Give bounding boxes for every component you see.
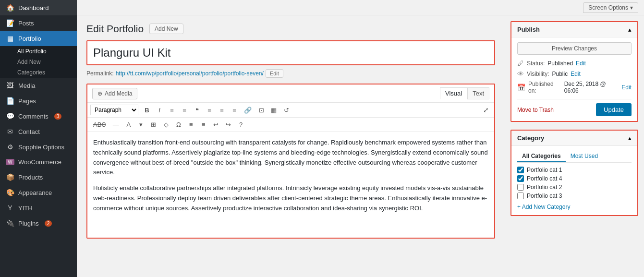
category-item-1: Portfolio cat 4 (517, 175, 632, 182)
update-button[interactable]: Update (596, 103, 632, 116)
font-color-dropdown[interactable]: ▾ (135, 120, 147, 130)
category-checkbox-0[interactable] (517, 167, 524, 173)
sidebar-item-plugins[interactable]: 🔌 Plugins 2 (0, 216, 77, 231)
sidebar-item-comments[interactable]: 💬 Comments 3 (0, 108, 77, 124)
category-panel-header[interactable]: Category (511, 131, 637, 146)
status-edit-link[interactable]: Edit (576, 60, 586, 67)
editor-paragraph-2: Holisticly enable collaborative partners… (93, 183, 488, 213)
sidebar-item-pages[interactable]: 📄 Pages (0, 93, 77, 108)
status-value: Published (547, 60, 573, 67)
visibility-edit-link[interactable]: Edit (571, 71, 581, 77)
sidebar-label-woocommerce: WooCommerce (18, 158, 61, 166)
post-title-input[interactable] (93, 46, 488, 60)
help-button[interactable]: ? (235, 120, 247, 130)
sidebar-item-media[interactable]: 🖼 Media (0, 78, 77, 93)
sidebar-item-portfolio[interactable]: ▦ Portfolio (0, 31, 77, 46)
ordered-list-button[interactable]: ≡ (179, 105, 190, 115)
blockquote-button[interactable]: ❝ (191, 105, 203, 115)
sidebar-sub-all-portfolio[interactable]: All Portfolio (0, 46, 77, 57)
link-button[interactable]: 🔗 (241, 105, 255, 115)
clear-formatting-button[interactable]: ◇ (160, 120, 172, 130)
tab-all-categories[interactable]: All Categories (517, 151, 566, 162)
move-to-trash-link[interactable]: Move to Trash (517, 107, 554, 113)
add-new-button[interactable]: Add New (149, 24, 183, 34)
pages-icon: 📄 (6, 97, 14, 105)
align-right-button[interactable]: ≡ (229, 105, 240, 115)
editor-toolbar-top: ⊕ Add Media Visual Text (87, 84, 494, 103)
visual-tab[interactable]: Visual (440, 87, 467, 99)
woocommerce-icon: W (6, 159, 14, 165)
visibility-icon: 👁 (517, 70, 524, 78)
sidebar-item-yith[interactable]: Y YITH (0, 200, 77, 216)
status-label: Status: (527, 60, 545, 67)
page-heading: Edit Portfolio Add New (86, 23, 495, 35)
text-tab[interactable]: Text (467, 87, 489, 99)
preview-changes-button[interactable]: Preview Changes (517, 42, 632, 55)
sidebar-item-sopphie[interactable]: ⚙ Sopphie Options (0, 139, 77, 155)
paste-text-button[interactable]: ⊞ (148, 120, 159, 130)
add-new-category-link[interactable]: + Add New Category (517, 204, 570, 210)
sidebar-sub-categories[interactable]: Categories (0, 67, 77, 78)
unordered-list-button[interactable]: ≡ (166, 105, 178, 115)
indent-button[interactable]: ≡ (198, 120, 209, 130)
sidebar-item-woocommerce[interactable]: W WooCommerce (0, 155, 77, 169)
category-item-2: Portfolio cat 2 (517, 184, 632, 191)
add-media-label: Add Media (105, 90, 132, 97)
comments-badge: 3 (54, 113, 62, 120)
sidebar-item-dashboard[interactable]: 🏠 Dashboard (0, 0, 77, 15)
publish-panel-title: Publish (517, 26, 540, 33)
undo-button[interactable]: ↩ (210, 120, 222, 130)
category-checkbox-1[interactable] (517, 175, 524, 182)
sidebar-label-dashboard: Dashboard (18, 4, 49, 12)
sidebar-item-appearance[interactable]: 🎨 Appearance (0, 185, 77, 200)
publish-panel-body: Preview Changes 🖊 Status: Published Edit… (511, 37, 637, 121)
font-color-button[interactable]: A (123, 120, 134, 130)
category-checkbox-2[interactable] (517, 184, 524, 191)
published-row: 📅 Published on: Dec 25, 2018 @ 06:06 Edi… (517, 81, 632, 94)
category-label-2: Portfolio cat 2 (527, 184, 562, 191)
add-media-icon: ⊕ (97, 90, 102, 97)
category-list: Portfolio cat 1 Portfolio cat 4 Portfoli… (517, 167, 632, 199)
permalink-link[interactable]: http://tt.com/wp/portfolio/personal/port… (116, 70, 264, 77)
bold-button[interactable]: B (141, 105, 153, 115)
category-item-3: Portfolio cat 3 (517, 193, 632, 199)
align-left-button[interactable]: ≡ (204, 105, 215, 115)
special-chars-button[interactable]: Ω (173, 120, 184, 130)
dashboard-icon: 🏠 (6, 4, 14, 12)
italic-button[interactable]: I (154, 105, 165, 115)
strikethrough-button[interactable]: ABC (90, 120, 109, 130)
content-area: Edit Portfolio Add New Permalink: http:/… (77, 15, 644, 277)
sidebar: 🏠 Dashboard 📝 Posts ▦ Portfolio All Port… (0, 0, 77, 277)
screen-options-button[interactable]: Screen Options (583, 2, 638, 13)
permalink-edit-button[interactable]: Edit (266, 69, 283, 78)
sidebar-item-posts[interactable]: 📝 Posts (0, 15, 77, 31)
tab-most-used[interactable]: Most Used (566, 151, 603, 162)
toolbar-toggle-button[interactable]: ↺ (280, 105, 292, 115)
page-title: Edit Portfolio (86, 23, 144, 35)
editor-box: ⊕ Add Media Visual Text Paragraph Headin… (86, 84, 495, 239)
fullscreen-button[interactable]: ⤢ (481, 105, 491, 115)
publish-panel-header[interactable]: Publish (511, 22, 637, 37)
comments-icon: 💬 (6, 112, 14, 120)
published-edit-link[interactable]: Edit (621, 84, 632, 91)
category-item-0: Portfolio cat 1 (517, 167, 632, 173)
align-center-button[interactable]: ≡ (216, 105, 228, 115)
posts-icon: 📝 (6, 19, 14, 27)
paragraph-select[interactable]: Paragraph Heading 1 Heading 2 Heading 3 … (90, 105, 138, 115)
outdent-button[interactable]: ≡ (185, 120, 197, 130)
horizontal-rule-button[interactable]: — (110, 120, 122, 130)
sidebar-item-products[interactable]: 📦 Products (0, 169, 77, 185)
sidebar-sub-add-new[interactable]: Add New (0, 57, 77, 67)
plugins-badge: 2 (45, 220, 52, 227)
category-checkbox-3[interactable] (517, 193, 524, 199)
visibility-label: Visibility: (527, 71, 549, 77)
main-area: Screen Options Edit Portfolio Add New Pe… (77, 0, 644, 277)
unlink-button[interactable]: ⊡ (255, 105, 267, 115)
category-label-1: Portfolio cat 4 (527, 175, 562, 182)
sidebar-item-contact[interactable]: ✉ Contact (0, 124, 77, 139)
redo-button[interactable]: ↪ (223, 120, 234, 130)
editor-content[interactable]: Enthusiastically transition front-end ou… (87, 132, 494, 238)
add-media-button[interactable]: ⊕ Add Media (92, 88, 137, 99)
insert-readmore-button[interactable]: ▦ (268, 105, 279, 115)
publish-panel: Publish Preview Changes 🖊 Status: Publis… (510, 21, 638, 122)
